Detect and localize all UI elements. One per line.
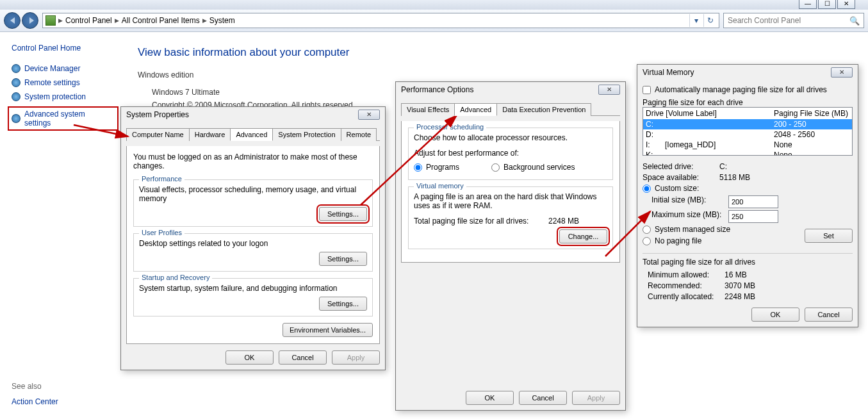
set-button[interactable]: Set <box>805 229 853 243</box>
shield-icon <box>12 78 20 87</box>
tab-advanced[interactable]: Advanced <box>230 128 273 141</box>
close-icon[interactable]: ✕ <box>831 67 853 78</box>
breadcrumb-box[interactable]: ▶ Control Panel ▶ All Control Panel Item… <box>42 13 719 28</box>
apply-button[interactable]: Apply <box>332 350 380 365</box>
drive-list[interactable]: Drive [Volume Label]Paging File Size (MB… <box>643 107 853 156</box>
tab-remote[interactable]: Remote <box>341 128 377 141</box>
see-also-label: See also <box>12 382 58 391</box>
cancel-button[interactable]: Cancel <box>279 350 327 365</box>
drive-list-row[interactable]: C:200 - 250 <box>643 119 852 129</box>
radio-input[interactable] <box>643 185 651 193</box>
nav-forward-button[interactable] <box>22 12 38 29</box>
cancel-button[interactable]: Cancel <box>519 391 567 405</box>
radio-background-services[interactable]: Background services <box>491 163 575 172</box>
action-center-link[interactable]: Action Center <box>12 397 58 406</box>
radio-input[interactable] <box>414 163 422 172</box>
breadcrumb-dropdown-button[interactable]: ▾ <box>689 14 702 27</box>
search-icon: 🔍 <box>849 16 860 26</box>
startup-recovery-settings-button[interactable]: Settings... <box>319 297 367 311</box>
change-button[interactable]: Change... <box>559 229 607 243</box>
checkbox-label: Automatically manage paging file size fo… <box>655 85 827 94</box>
chevron-right-icon: ▶ <box>202 17 207 24</box>
breadcrumb-system[interactable]: System <box>209 16 235 25</box>
maximize-button[interactable]: ☐ <box>818 0 836 9</box>
radio-label: Background services <box>504 163 575 172</box>
sidebar-item-advanced-system-settings[interactable]: Advanced system settings <box>8 106 119 131</box>
processor-scheduling-group: Processor scheduling Choose how to alloc… <box>408 127 613 180</box>
close-button[interactable]: ✕ <box>837 0 855 9</box>
user-profiles-settings-button[interactable]: Settings... <box>319 252 367 266</box>
performance-desc: Visual effects, processor scheduling, me… <box>139 185 367 203</box>
tab-visual-effects[interactable]: Visual Effects <box>401 103 455 116</box>
close-icon[interactable]: ✕ <box>598 85 620 95</box>
radio-input[interactable] <box>643 226 651 234</box>
user-profiles-group: User Profiles Desktop settings related t… <box>133 233 373 272</box>
dialog-titlebar: Performance Options ✕ <box>396 82 625 97</box>
nav-back-button[interactable] <box>4 12 20 29</box>
initial-size-label: Initial size (MB): <box>651 195 728 208</box>
performance-settings-button[interactable]: Settings... <box>319 207 367 221</box>
drive-list-row[interactable]: D:2048 - 2560 <box>643 129 852 140</box>
sidebar-item-label: Remote settings <box>24 78 80 87</box>
group-legend: Processor scheduling <box>414 123 486 131</box>
ok-button[interactable]: OK <box>225 350 274 365</box>
radio-label: System managed size <box>655 225 730 234</box>
close-icon[interactable]: ✕ <box>358 110 380 120</box>
ok-button[interactable]: OK <box>466 391 514 405</box>
startup-recovery-desc: System startup, system failure, and debu… <box>139 284 367 293</box>
radio-input[interactable] <box>491 163 500 172</box>
header-drive: Drive [Volume Label] <box>646 109 774 118</box>
breadcrumb-all[interactable]: All Control Panel Items <box>122 16 200 25</box>
sidebar-item-label: System protection <box>24 92 86 101</box>
see-also-section: See also Action Center <box>12 382 58 406</box>
tab-system-protection[interactable]: System Protection <box>272 128 341 141</box>
radio-label: Programs <box>426 163 459 172</box>
currently-allocated-label: Currently allocated: <box>648 292 725 301</box>
radio-programs[interactable]: Programs <box>414 163 459 172</box>
sidebar: Control Panel Home Device Manager Remote… <box>0 32 125 419</box>
environment-variables-button[interactable]: Environment Variables... <box>283 323 373 337</box>
control-panel-icon <box>45 15 56 26</box>
sidebar-item-system-protection[interactable]: System protection <box>12 92 119 101</box>
address-bar: ▶ Control Panel ▶ All Control Panel Item… <box>0 10 868 32</box>
minimize-button[interactable]: — <box>799 0 817 9</box>
tab-computer-name[interactable]: Computer Name <box>126 128 190 141</box>
tab-hardware[interactable]: Hardware <box>189 128 231 141</box>
shield-icon <box>12 64 20 73</box>
search-input[interactable]: Search Control Panel 🔍 <box>723 13 864 28</box>
checkbox-input[interactable] <box>643 86 651 94</box>
radio-input[interactable] <box>643 237 651 245</box>
initial-size-input[interactable] <box>728 195 778 208</box>
tab-dep[interactable]: Data Execution Prevention <box>496 103 591 116</box>
radio-system-managed[interactable]: System managed size <box>643 225 805 234</box>
page-heading: View basic information about your comput… <box>138 46 855 59</box>
auto-manage-checkbox[interactable]: Automatically manage paging file size fo… <box>643 85 853 94</box>
group-legend: Virtual memory <box>414 182 466 190</box>
sidebar-item-remote-settings[interactable]: Remote settings <box>12 78 119 87</box>
radio-custom-size[interactable]: Custom size: <box>643 184 853 193</box>
dialog-titlebar: Virtual Memory ✕ <box>637 65 858 80</box>
header-size: Paging File Size (MB) <box>774 109 848 118</box>
dialog-title: Performance Options <box>401 85 473 94</box>
maximum-size-input[interactable] <box>728 210 778 223</box>
chevron-right-icon: ▶ <box>115 17 119 24</box>
ok-button[interactable]: OK <box>751 308 799 322</box>
refresh-button[interactable]: ↻ <box>703 14 716 27</box>
radio-label: Custom size: <box>655 184 699 193</box>
scheduling-desc: Choose how to allocate processor resourc… <box>414 133 607 142</box>
total-paging-label: Total paging file size for all drives <box>643 258 853 267</box>
window-titlebar: — ☐ ✕ <box>0 0 868 10</box>
drive-list-row[interactable]: K:None <box>643 150 852 156</box>
user-profiles-desc: Desktop settings related to your logon <box>139 239 367 248</box>
apply-button[interactable]: Apply <box>572 391 620 405</box>
cancel-button[interactable]: Cancel <box>805 308 853 322</box>
perfopt-tabs: Visual Effects Advanced Data Execution P… <box>401 103 620 116</box>
drive-list-row[interactable]: I:[Iomega_HDD]None <box>643 140 852 150</box>
radio-no-paging-file[interactable]: No paging file <box>643 236 805 245</box>
sidebar-item-device-manager[interactable]: Device Manager <box>12 64 119 73</box>
breadcrumb-cp[interactable]: Control Panel <box>65 16 112 25</box>
min-allowed-value: 16 MB <box>725 270 747 279</box>
control-panel-home-link[interactable]: Control Panel Home <box>12 44 119 53</box>
admin-note: You must be logged on as an Administrato… <box>133 152 373 170</box>
tab-advanced[interactable]: Advanced <box>454 103 497 116</box>
